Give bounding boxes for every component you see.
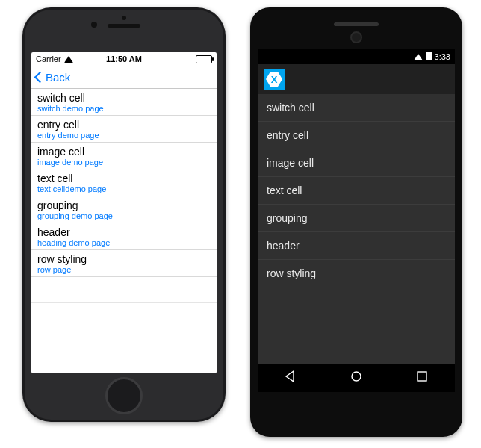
wifi-icon bbox=[64, 56, 73, 63]
list-item[interactable]: switch cell switch demo page bbox=[31, 89, 217, 116]
svg-rect-6 bbox=[418, 372, 426, 381]
battery-icon bbox=[426, 52, 432, 62]
battery-icon bbox=[196, 55, 212, 63]
svg-text:X: X bbox=[271, 74, 278, 85]
list-item[interactable]: text cell text celldemo page bbox=[31, 169, 217, 196]
cell-title: text cell bbox=[37, 172, 211, 184]
android-device-frame: 3:33 X switch cell entry cell image cell… bbox=[250, 7, 462, 437]
list-item[interactable]: row styling bbox=[258, 260, 455, 287]
empty-row bbox=[31, 355, 217, 373]
svg-marker-4 bbox=[286, 371, 294, 382]
cell-subtitle: text celldemo page bbox=[37, 184, 211, 193]
cell-title: image cell bbox=[267, 157, 314, 169]
empty-row bbox=[31, 277, 217, 303]
cell-title: header bbox=[267, 240, 300, 252]
back-label: Back bbox=[46, 71, 70, 84]
cell-subtitle: entry demo page bbox=[37, 131, 211, 140]
android-status-bar: 3:33 bbox=[258, 49, 455, 64]
list-item[interactable]: image cell image demo page bbox=[31, 143, 217, 169]
list-item[interactable]: entry cell bbox=[258, 122, 455, 149]
android-speaker bbox=[334, 22, 379, 26]
list-item[interactable]: header bbox=[258, 232, 455, 260]
home-button[interactable] bbox=[350, 370, 362, 385]
iphone-speaker bbox=[108, 24, 140, 28]
ios-table-view[interactable]: switch cell switch demo page entry cell … bbox=[31, 89, 217, 373]
svg-rect-0 bbox=[426, 52, 432, 60]
list-item[interactable]: text cell bbox=[258, 177, 455, 205]
ios-navigation-bar: Back bbox=[31, 66, 217, 89]
list-item[interactable]: header heading demo page bbox=[31, 223, 217, 250]
cell-subtitle: switch demo page bbox=[37, 104, 211, 113]
cell-title: grouping bbox=[267, 212, 308, 224]
android-action-bar: X bbox=[258, 64, 455, 94]
svg-rect-1 bbox=[427, 52, 430, 53]
list-item[interactable]: image cell bbox=[258, 149, 455, 177]
cell-title: switch cell bbox=[37, 92, 211, 104]
iphone-device-frame: Carrier 11:50 AM Back switch cell switch… bbox=[22, 7, 226, 422]
recent-apps-button[interactable] bbox=[416, 370, 428, 385]
list-item[interactable]: switch cell bbox=[258, 94, 455, 122]
back-button[interactable]: Back bbox=[36, 71, 70, 84]
android-nav-bar bbox=[258, 364, 455, 392]
cell-title: image cell bbox=[37, 146, 211, 158]
cell-title: switch cell bbox=[267, 102, 314, 113]
cell-title: text cell bbox=[267, 184, 302, 196]
empty-row bbox=[31, 303, 217, 329]
back-button[interactable] bbox=[285, 370, 297, 385]
cell-title: entry cell bbox=[37, 119, 211, 131]
list-item[interactable]: grouping bbox=[258, 205, 455, 232]
status-time: 3:33 bbox=[435, 52, 450, 61]
cell-title: row styling bbox=[37, 253, 211, 265]
cell-title: grouping bbox=[37, 199, 211, 211]
iphone-camera bbox=[91, 22, 97, 28]
iphone-screen: Carrier 11:50 AM Back switch cell switch… bbox=[31, 52, 217, 373]
cell-subtitle: row page bbox=[37, 265, 211, 274]
list-item[interactable]: entry cell entry demo page bbox=[31, 116, 217, 143]
cell-title: entry cell bbox=[267, 129, 308, 141]
list-item[interactable]: grouping grouping demo page bbox=[31, 196, 217, 223]
svg-point-5 bbox=[352, 372, 361, 381]
empty-row bbox=[31, 329, 217, 355]
cell-title: row styling bbox=[267, 267, 316, 279]
carrier-label: Carrier bbox=[36, 55, 61, 63]
android-screen: 3:33 X switch cell entry cell image cell… bbox=[258, 49, 455, 392]
ios-status-bar: Carrier 11:50 AM bbox=[31, 52, 217, 66]
wifi-icon bbox=[414, 54, 423, 60]
list-item[interactable]: row styling row page bbox=[31, 250, 217, 277]
chevron-left-icon bbox=[34, 71, 46, 83]
status-time: 11:50 AM bbox=[95, 55, 154, 63]
cell-title: header bbox=[37, 226, 211, 238]
home-button[interactable] bbox=[105, 377, 143, 414]
cell-subtitle: heading demo page bbox=[37, 238, 211, 247]
cell-subtitle: grouping demo page bbox=[37, 211, 211, 220]
android-camera bbox=[350, 31, 362, 43]
iphone-sensor bbox=[122, 16, 126, 20]
cell-subtitle: image demo page bbox=[37, 158, 211, 167]
xamarin-logo-icon: X bbox=[264, 69, 285, 90]
android-list-view[interactable]: switch cell entry cell image cell text c… bbox=[258, 94, 455, 287]
